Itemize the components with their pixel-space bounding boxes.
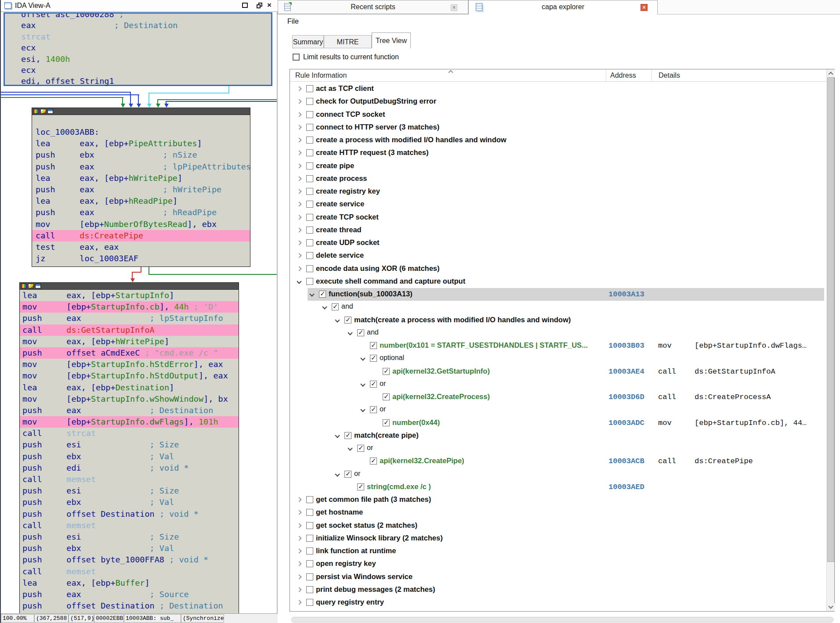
basic-block-b1[interactable]: offset asc_10000288 ; " "eax ; Destinati… — [4, 12, 272, 86]
row-checkbox[interactable] — [306, 586, 313, 593]
tree-row[interactable] — [290, 609, 826, 611]
tree-row[interactable]: ✓api(kernel32.CreateProcess)10003D6Dcall… — [290, 391, 826, 403]
expand-arrow-icon[interactable] — [297, 600, 301, 605]
collapse-arrow-icon[interactable] — [335, 472, 340, 476]
expand-arrow-icon[interactable] — [297, 86, 301, 91]
tree-row[interactable]: get hostname — [290, 506, 826, 519]
collapse-arrow-icon[interactable] — [335, 433, 340, 438]
tree-row[interactable]: check for OutputDebugString error — [290, 95, 826, 108]
collapse-arrow-icon[interactable] — [360, 382, 365, 386]
tree-row[interactable]: get common file path (3 matches) — [290, 493, 826, 506]
column-address[interactable]: Address — [610, 72, 636, 79]
row-checkbox[interactable] — [306, 175, 313, 182]
row-checkbox[interactable]: ✓ — [383, 419, 390, 426]
column-rule-information[interactable]: Rule Information — [295, 72, 347, 79]
collapse-arrow-icon[interactable] — [322, 305, 327, 310]
edit-icon[interactable] — [28, 284, 34, 288]
tree-row[interactable]: link function at runtime — [290, 545, 826, 558]
expand-arrow-icon[interactable] — [297, 137, 301, 142]
collapse-arrow-icon[interactable] — [360, 407, 365, 412]
row-checkbox[interactable] — [306, 509, 313, 516]
expand-arrow-icon[interactable] — [297, 163, 301, 168]
expand-arrow-icon[interactable] — [297, 562, 301, 566]
row-checkbox[interactable]: ✓ — [383, 368, 390, 375]
tree-row[interactable]: create UDP socket — [290, 237, 826, 249]
tree-row[interactable]: ✓or — [290, 378, 826, 391]
row-checkbox[interactable] — [306, 496, 313, 503]
row-checkbox[interactable]: ✓ — [344, 432, 351, 439]
row-checkbox[interactable]: ✓ — [370, 342, 377, 349]
row-checkbox[interactable]: ✓ — [357, 445, 364, 452]
tree-row[interactable]: connect TCP socket — [290, 108, 826, 121]
restore-button[interactable] — [257, 3, 263, 8]
tree-row[interactable]: initialize Winsock library (2 matches) — [290, 532, 826, 545]
collapse-arrow-icon[interactable] — [360, 356, 365, 361]
palette-icon[interactable] — [21, 284, 27, 288]
tree-row[interactable]: create service — [290, 198, 826, 211]
tree-row[interactable]: ✓api(kernel32.GetStartupInfo)10003AE4cal… — [290, 365, 826, 378]
tree-row[interactable]: persist via Windows service — [290, 571, 826, 583]
tab-mitre[interactable]: MITRE — [324, 35, 372, 48]
horizontal-scrollbar[interactable] — [291, 617, 833, 623]
expand-arrow-icon[interactable] — [297, 125, 301, 130]
expand-arrow-icon[interactable] — [297, 548, 301, 553]
vertical-scrollbar[interactable] — [826, 69, 834, 611]
collapse-arrow-icon[interactable] — [297, 279, 301, 284]
row-checkbox[interactable]: ✓ — [357, 329, 364, 336]
tree-row[interactable]: ✓optional — [290, 352, 826, 365]
expand-arrow-icon[interactable] — [297, 176, 301, 181]
row-checkbox[interactable] — [306, 98, 313, 105]
basic-block-b3[interactable]: lea eax, [ebp+StartupInfo]mov [ebp+Start… — [19, 282, 239, 613]
limit-results-checkbox[interactable] — [293, 54, 300, 61]
window-icon[interactable] — [35, 284, 41, 288]
tree-row[interactable]: create TCP socket — [290, 211, 826, 224]
row-checkbox[interactable] — [306, 265, 313, 272]
row-checkbox[interactable] — [306, 522, 313, 529]
tree-row[interactable]: create registry key — [290, 185, 826, 198]
expand-arrow-icon[interactable] — [297, 151, 301, 155]
row-checkbox[interactable] — [306, 278, 313, 285]
expand-arrow-icon[interactable] — [297, 112, 301, 117]
expand-arrow-icon[interactable] — [297, 240, 301, 245]
tree-row[interactable]: ✓number(0x101 = STARTF_USESTDHANDLES | S… — [290, 339, 826, 352]
tree-row[interactable]: ✓and — [290, 327, 826, 339]
row-checkbox[interactable] — [306, 252, 313, 259]
tab-summary[interactable]: Summary — [292, 35, 324, 48]
tab-tree-view[interactable]: Tree View — [372, 32, 411, 48]
tree-row[interactable]: ✓match(create a process with modified I/… — [290, 314, 826, 327]
expand-arrow-icon[interactable] — [297, 536, 301, 540]
window-icon[interactable] — [47, 109, 53, 114]
row-checkbox[interactable] — [306, 560, 313, 567]
expand-arrow-icon[interactable] — [297, 587, 301, 592]
tree-row[interactable]: connect to HTTP server (3 matches) — [290, 121, 826, 134]
scroll-down-icon[interactable] — [827, 603, 835, 611]
disassembly-graph[interactable]: offset asc_10000288 ; " "eax ; Destinati… — [0, 12, 277, 613]
row-checkbox[interactable] — [306, 111, 313, 118]
tree-row[interactable]: query registry entry — [290, 596, 826, 609]
close-button[interactable]: × — [267, 1, 272, 10]
tree-row[interactable]: ✓function(sub_10003A13)10003A13 — [290, 288, 826, 301]
row-checkbox[interactable]: ✓ — [370, 457, 377, 465]
row-checkbox[interactable] — [306, 188, 313, 195]
tree-header[interactable]: Rule Information Address Details — [290, 69, 826, 82]
row-checkbox[interactable] — [306, 149, 313, 156]
row-checkbox[interactable]: ✓ — [344, 471, 351, 478]
row-checkbox[interactable] — [306, 85, 313, 92]
row-checkbox[interactable] — [306, 573, 313, 580]
tree-row[interactable]: create pipe — [290, 160, 826, 173]
tree-row[interactable]: get socket status (2 matches) — [290, 519, 826, 532]
row-checkbox[interactable]: ✓ — [344, 317, 351, 324]
tree-row[interactable]: create thread — [290, 224, 826, 237]
collapse-arrow-icon[interactable] — [348, 446, 352, 450]
row-checkbox[interactable]: ✓ — [370, 406, 377, 413]
row-checkbox[interactable]: ✓ — [383, 393, 390, 400]
expand-arrow-icon[interactable] — [297, 215, 301, 220]
tab-capa-explorer[interactable]: capa explorer × — [468, 0, 658, 14]
row-checkbox[interactable]: ✓ — [319, 291, 326, 298]
row-checkbox[interactable] — [306, 535, 313, 542]
tree-row[interactable]: ✓or — [290, 468, 826, 481]
row-checkbox[interactable]: ✓ — [357, 483, 364, 490]
maximize-button[interactable] — [242, 3, 248, 8]
expand-arrow-icon[interactable] — [297, 202, 301, 207]
column-details[interactable]: Details — [659, 72, 680, 79]
